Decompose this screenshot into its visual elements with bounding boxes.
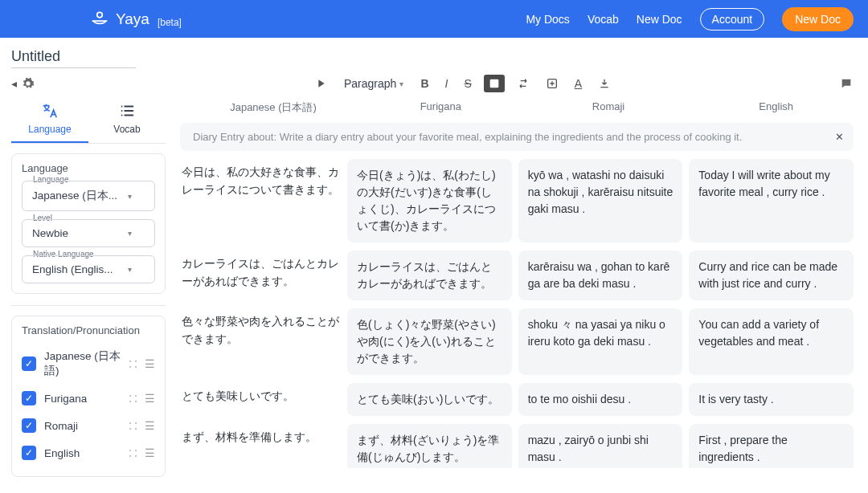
tp-row: ✓ Japanese (日本語) ⸬ ☰ xyxy=(22,343,155,385)
furigana-cell[interactable]: 今日(きょう)は、私(わたし)の大好(だいす)きな食事(しょくじ)、カレーライス… xyxy=(347,159,512,242)
language-panel-title: Language xyxy=(22,162,155,174)
toolbar: ◂ Paragraph ▾ B I S A xyxy=(0,71,868,97)
title-row xyxy=(0,38,868,71)
logo-beta: [beta] xyxy=(158,17,182,28)
strike-icon[interactable]: S xyxy=(460,75,475,92)
romaji-cell[interactable]: karēraisu wa , gohan to karē ga are ba d… xyxy=(518,251,683,300)
tp-label: English xyxy=(44,447,121,459)
source-cell[interactable]: まず、材料を準備します。 xyxy=(180,424,341,468)
prompt-banner: Diary Entry about: Write a diary entry a… xyxy=(180,123,854,151)
app-header: Yaya [beta] My Docs Vocab New Doc Accoun… xyxy=(0,0,868,38)
source-cell[interactable]: 今日は、私の大好きな食事、カレーライスについて書きます。 xyxy=(180,159,341,242)
close-icon[interactable]: ✕ xyxy=(835,131,844,143)
left-sidebar: Language Vocab Language Language Japanes… xyxy=(0,97,174,490)
romaji-cell[interactable]: to te mo oishii desu . xyxy=(518,383,683,416)
romaji-cell[interactable]: kyō wa , watashi no daisuki na shokuji ,… xyxy=(518,159,683,242)
text-color-icon[interactable]: A xyxy=(571,75,586,92)
nav-new-doc[interactable]: New Doc xyxy=(637,13,682,26)
col-head-romaji: Romaji xyxy=(528,100,690,115)
translate-icon xyxy=(11,102,88,122)
translation-pronunciation-panel: Translation/Pronunciation ✓ Japanese (日本… xyxy=(11,316,166,477)
furigana-cell[interactable]: とても美味(おい)しいです。 xyxy=(347,383,512,416)
sidebar-tab-vocab[interactable]: Vocab xyxy=(88,97,166,143)
col-head-japanese: Japanese (日本語) xyxy=(193,100,354,115)
checkbox[interactable]: ✓ xyxy=(22,391,36,405)
scroll-area[interactable]: Diary Entry about: Write a diary entry a… xyxy=(180,123,857,468)
romaji-cell[interactable]: shoku 々 na yasai ya niku o ireru koto ga… xyxy=(518,308,683,375)
dotted-grid-icon[interactable]: ⸬ xyxy=(129,446,137,460)
top-nav: My Docs Vocab New Doc Account New Doc xyxy=(526,7,854,31)
tp-row: ✓ English ⸬ ☰ xyxy=(22,439,155,467)
dotted-grid-icon[interactable]: ⸬ xyxy=(129,357,137,371)
highlight-icon[interactable] xyxy=(484,75,505,92)
comment-icon[interactable] xyxy=(836,75,857,92)
english-cell[interactable]: Today I will write about my favorite mea… xyxy=(689,159,854,242)
chevron-down-icon: ▾ xyxy=(128,265,132,274)
english-cell[interactable]: It is very tasty . xyxy=(689,383,854,416)
chevron-down-icon: ▾ xyxy=(128,192,132,201)
checkbox[interactable]: ✓ xyxy=(22,418,36,433)
logo-text: Yaya xyxy=(116,10,149,28)
nav-vocab[interactable]: Vocab xyxy=(588,13,619,26)
dotted-grid-icon[interactable]: ⸬ xyxy=(129,392,137,405)
swap-icon[interactable] xyxy=(513,75,534,92)
language-select[interactable]: Japanese (日本...▾ xyxy=(22,181,155,211)
language-panel: Language Language Japanese (日本...▾ Level… xyxy=(11,153,166,294)
bold-icon[interactable]: B xyxy=(416,75,432,92)
drag-handle-icon[interactable]: ☰ xyxy=(145,392,155,405)
romaji-cell[interactable]: mazu , zairyō o junbi shi masu . xyxy=(518,424,683,468)
dotted-grid-icon[interactable]: ⸬ xyxy=(129,419,137,433)
furigana-cell[interactable]: まず、材料(ざいりょう)を準備(じゅんび)します。 xyxy=(347,424,512,468)
gear-icon[interactable] xyxy=(22,77,35,90)
drag-handle-icon[interactable]: ☰ xyxy=(145,446,155,459)
content-area: Japanese (日本語) Furigana Romaji English D… xyxy=(174,97,868,490)
list-icon xyxy=(88,102,166,122)
logo[interactable]: Yaya [beta] xyxy=(88,8,182,31)
checkbox[interactable]: ✓ xyxy=(22,357,36,371)
sentence-row: とても美味しいです。 とても美味(おい)しいです。 to te mo oishi… xyxy=(180,383,854,416)
english-cell[interactable]: First , prepare the ingredients . xyxy=(689,424,854,468)
play-icon[interactable] xyxy=(310,75,331,92)
source-cell[interactable]: とても美味しいです。 xyxy=(180,383,341,416)
english-cell[interactable]: You can add a variety of vegetables and … xyxy=(689,308,854,375)
furigana-cell[interactable]: カレーライスは、ごはんとカレーがあればできます。 xyxy=(347,251,512,300)
english-cell[interactable]: Curry and rice can be made with just ric… xyxy=(689,251,854,300)
tp-label: Japanese (日本語) xyxy=(44,349,121,378)
col-head-furigana: Furigana xyxy=(360,100,522,115)
sidebar-collapse-icon[interactable]: ◂ xyxy=(11,77,17,90)
tp-panel-title: Translation/Pronunciation xyxy=(22,324,155,336)
account-button[interactable]: Account xyxy=(700,8,765,31)
tp-row: ✓ Furigana ⸬ ☰ xyxy=(22,385,155,412)
logo-icon xyxy=(88,8,111,31)
furigana-cell[interactable]: 色(しょく)々な野菜(やさい)や肉(にく)を入(い)れることができます。 xyxy=(347,308,512,375)
format-dropdown[interactable]: Paragraph ▾ xyxy=(339,75,408,92)
chevron-down-icon: ▾ xyxy=(128,229,132,238)
sidebar-tab-language[interactable]: Language xyxy=(11,97,88,143)
insert-icon[interactable] xyxy=(542,75,563,92)
native-language-select[interactable]: English (Englis...▾ xyxy=(22,255,155,283)
checkbox[interactable]: ✓ xyxy=(22,446,36,460)
download-icon[interactable] xyxy=(594,75,615,92)
sentence-row: 色々な野菜や肉を入れることができます。 色(しょく)々な野菜(やさい)や肉(にく… xyxy=(180,308,854,375)
sentence-row: 今日は、私の大好きな食事、カレーライスについて書きます。 今日(きょう)は、私(… xyxy=(180,159,854,242)
col-head-english: English xyxy=(695,100,857,115)
sentence-row: まず、材料を準備します。 まず、材料(ざいりょう)を準備(じゅんび)します。 m… xyxy=(180,424,854,468)
column-headers: Japanese (日本語) Furigana Romaji English xyxy=(180,97,857,123)
svg-point-0 xyxy=(97,12,103,17)
svg-rect-1 xyxy=(489,79,498,88)
tp-label: Romaji xyxy=(44,420,121,432)
sentence-row: カレーライスは、ごはんとカレーがあればできます。 カレーライスは、ごはんとカレー… xyxy=(180,251,854,300)
italic-icon[interactable]: I xyxy=(441,75,452,92)
source-cell[interactable]: 色々な野菜や肉を入れることができます。 xyxy=(180,308,341,375)
tp-row: ✓ Romaji ⸬ ☰ xyxy=(22,412,155,439)
tp-label: Furigana xyxy=(44,393,121,405)
new-doc-button[interactable]: New Doc xyxy=(782,7,854,31)
nav-my-docs[interactable]: My Docs xyxy=(526,13,569,26)
source-cell[interactable]: カレーライスは、ごはんとカレーがあればできます。 xyxy=(180,251,341,300)
drag-handle-icon[interactable]: ☰ xyxy=(145,419,155,432)
doc-title-input[interactable] xyxy=(11,46,136,68)
drag-handle-icon[interactable]: ☰ xyxy=(145,357,155,370)
chevron-down-icon: ▾ xyxy=(399,79,403,88)
level-select[interactable]: Newbie▾ xyxy=(22,219,155,247)
